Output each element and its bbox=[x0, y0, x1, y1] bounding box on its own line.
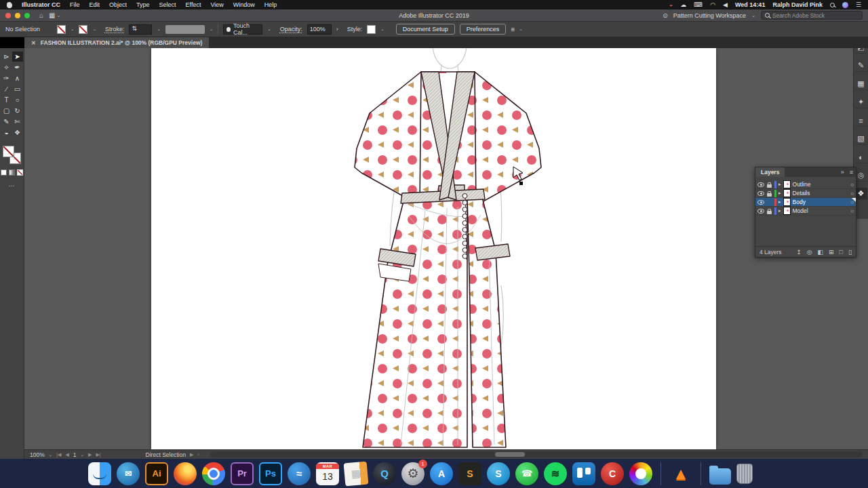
dock-vlc-icon[interactable]: ▲ bbox=[669, 462, 692, 485]
symbols-panel-icon[interactable]: ✦ bbox=[855, 96, 867, 108]
keyboard-icon[interactable]: ⌨ bbox=[694, 1, 703, 8]
artboard-caret-icon[interactable]: ⌄ bbox=[81, 452, 84, 458]
stroke-swatch[interactable] bbox=[79, 25, 87, 34]
dock-system-preferences-icon[interactable]: ⚙ 1 bbox=[401, 462, 425, 485]
siri-icon[interactable] bbox=[842, 2, 848, 8]
disclosure-icon[interactable]: ▸ bbox=[778, 208, 781, 214]
brush-caret-icon[interactable]: ⌄ bbox=[267, 26, 271, 32]
lock-icon[interactable] bbox=[766, 190, 772, 197]
eyedropper-tool[interactable]: ◒ bbox=[1, 127, 12, 138]
menu-select[interactable]: Select bbox=[159, 1, 176, 8]
align-caret-icon[interactable]: ⌄ bbox=[519, 26, 522, 32]
first-artboard-icon[interactable]: |◀ bbox=[56, 452, 61, 458]
menu-window[interactable]: Window bbox=[233, 1, 255, 8]
align-panel-icon[interactable]: ≡ bbox=[511, 26, 514, 33]
scrollbar-thumb[interactable] bbox=[495, 452, 525, 457]
layer-row-details[interactable]: ▸ Details ○ bbox=[755, 189, 856, 198]
appearance-panel-icon[interactable]: ◎ bbox=[855, 169, 867, 182]
dock-premiere-icon[interactable]: Pr bbox=[231, 462, 254, 485]
target-circle-icon[interactable]: ○ bbox=[850, 190, 854, 197]
ellipse-tool[interactable]: ○ bbox=[12, 95, 23, 105]
menu-edit[interactable]: Edit bbox=[90, 1, 100, 8]
anchor-point-tool[interactable]: ∧ bbox=[12, 73, 23, 83]
collect-for-export-icon[interactable]: ↥ bbox=[796, 249, 802, 256]
menu-illustrator[interactable]: Illustrator CC bbox=[22, 1, 60, 8]
dock-trash-icon[interactable] bbox=[736, 464, 753, 484]
horizontal-scrollbar[interactable] bbox=[210, 451, 863, 458]
menu-object[interactable]: Object bbox=[109, 1, 127, 8]
lock-icon[interactable] bbox=[766, 208, 772, 214]
menu-type[interactable]: Type bbox=[136, 1, 150, 8]
style-swatch[interactable] bbox=[367, 25, 376, 34]
disclosure-icon[interactable]: ▸ bbox=[778, 182, 781, 187]
menubar-user-name[interactable]: Ralph David Pink bbox=[772, 1, 823, 8]
scroll-left-icon[interactable]: ‹ bbox=[198, 452, 199, 457]
workspace-caret-icon[interactable]: ⌄ bbox=[751, 13, 755, 18]
dock-trello-icon[interactable] bbox=[572, 462, 595, 485]
selection-tool[interactable]: ➤ bbox=[12, 52, 23, 62]
fill-indicator-swatch[interactable] bbox=[3, 146, 14, 157]
window-zoom-button[interactable] bbox=[24, 13, 30, 18]
panel-collapse-icon[interactable]: » bbox=[838, 169, 847, 176]
target-circle-icon[interactable]: ○ bbox=[850, 208, 854, 214]
style-caret-icon[interactable]: ⌄ bbox=[380, 26, 384, 32]
scissors-tool[interactable]: ✄ bbox=[12, 117, 23, 127]
dock-folder-icon[interactable] bbox=[709, 468, 731, 485]
wifi-icon[interactable]: ◠ bbox=[710, 1, 715, 8]
dock-sublime-text-icon[interactable]: S bbox=[458, 462, 481, 485]
apple-logo-icon[interactable] bbox=[7, 2, 12, 8]
dock-whatsapp-icon[interactable]: ☎ bbox=[515, 462, 538, 485]
opacity-flyout-icon[interactable]: › bbox=[336, 26, 338, 33]
stroke-panel-icon[interactable]: ≡ bbox=[855, 115, 867, 127]
home-icon[interactable]: ⌂ bbox=[39, 12, 43, 19]
dock-chrome-icon[interactable] bbox=[202, 462, 225, 485]
magic-wand-tool[interactable]: ✧ bbox=[1, 62, 12, 73]
fill-swatch[interactable] bbox=[57, 25, 66, 34]
volume-icon[interactable]: ◀ bbox=[723, 1, 728, 8]
zoom-caret-icon[interactable]: ⌄ bbox=[49, 452, 52, 458]
cc-app-icon[interactable]: ◒ bbox=[669, 1, 673, 8]
new-sublayer-icon[interactable]: ⊞ bbox=[829, 249, 834, 256]
menu-help[interactable]: Help bbox=[264, 1, 277, 8]
gradient-mode-button[interactable] bbox=[9, 169, 15, 176]
panel-menu-icon[interactable]: ≡ bbox=[847, 169, 856, 176]
new-layer-icon[interactable]: □ bbox=[840, 249, 843, 256]
canvas-pasteboard[interactable] bbox=[24, 48, 868, 449]
locate-object-icon[interactable]: ◎ bbox=[807, 249, 812, 256]
dock-openoffice-icon[interactable]: ≈ bbox=[288, 462, 311, 485]
rotate-tool[interactable]: ↻ bbox=[12, 106, 23, 116]
menu-effect[interactable]: Effect bbox=[186, 1, 201, 8]
disclosure-icon[interactable]: ▸ bbox=[778, 199, 781, 205]
swatches-panel-icon[interactable]: ▦ bbox=[855, 78, 867, 90]
brushes-panel-icon[interactable]: ✎ bbox=[855, 60, 867, 72]
dock-pattern-grid-icon[interactable]: ▦ bbox=[344, 461, 369, 486]
dock-calendar-icon[interactable]: MAR 13 bbox=[316, 462, 339, 485]
dock-skype-icon[interactable]: S bbox=[487, 462, 510, 485]
visibility-eye-icon[interactable] bbox=[757, 182, 764, 187]
gradient-panel-icon[interactable]: ▧ bbox=[855, 133, 867, 145]
workspace-switcher[interactable]: Pattern Cutting Workspace bbox=[673, 12, 746, 19]
opacity-input[interactable] bbox=[307, 24, 332, 35]
lock-slot[interactable] bbox=[766, 199, 772, 205]
clipping-mask-icon[interactable]: ◧ bbox=[818, 249, 824, 256]
stroke-weight-caret-icon[interactable]: ⌄ bbox=[157, 26, 160, 32]
dock-photos-icon[interactable]: ✿ bbox=[629, 462, 652, 485]
window-minimize-button[interactable] bbox=[15, 13, 20, 18]
spotlight-search-icon[interactable] bbox=[830, 3, 835, 7]
menu-file[interactable]: File bbox=[70, 1, 80, 8]
arrange-documents-caret-icon[interactable]: ⌄ bbox=[57, 13, 61, 18]
color-mode-button[interactable] bbox=[1, 169, 7, 176]
lock-icon[interactable] bbox=[766, 182, 772, 188]
line-segment-tool[interactable]: ∕ bbox=[1, 84, 12, 94]
layer-thumbnail[interactable] bbox=[783, 207, 791, 215]
type-tool[interactable]: T bbox=[1, 95, 12, 105]
adobe-stock-search-input[interactable] bbox=[772, 12, 854, 19]
fill-stroke-indicator[interactable] bbox=[3, 146, 21, 164]
layers-panel-tab[interactable]: Layers bbox=[755, 167, 785, 177]
menu-view[interactable]: View bbox=[210, 1, 223, 8]
preferences-button[interactable]: Preferences bbox=[460, 24, 507, 35]
edit-toolbar-icon[interactable]: ⋯ bbox=[0, 182, 24, 189]
tab-close-icon[interactable]: ✕ bbox=[31, 40, 36, 46]
arrange-documents-icon[interactable]: ▦ bbox=[49, 12, 55, 19]
prev-artboard-icon[interactable]: ◀ bbox=[65, 452, 68, 458]
